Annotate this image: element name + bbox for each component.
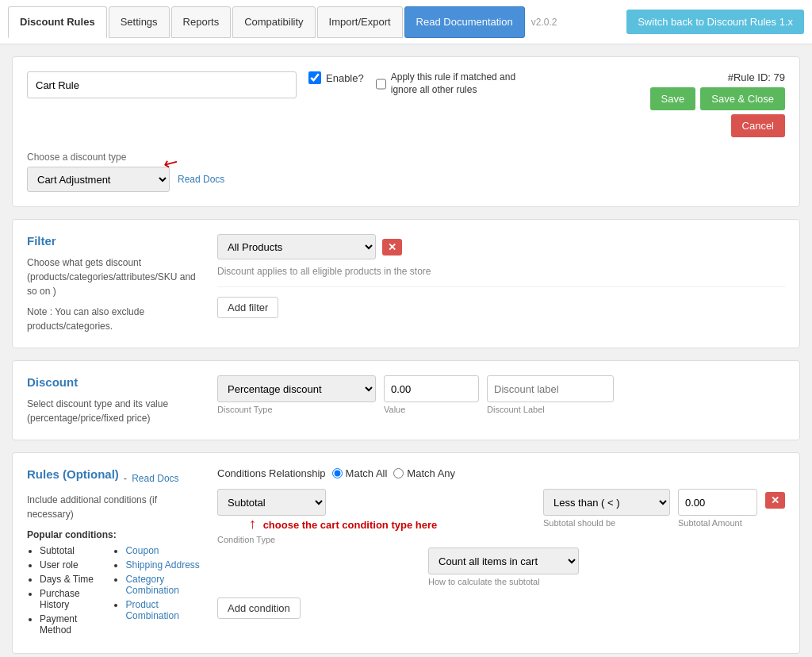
filter-description: Choose what gets discount (products/cate…	[27, 256, 201, 298]
save-close-button[interactable]: Save & Close	[700, 87, 785, 110]
rules-right: Conditions Relationship Match All Match …	[217, 467, 785, 639]
count-items-label: How to calculate the subtotal	[428, 577, 698, 586]
subtotal-amount-label: Subtotal Amount	[678, 518, 757, 528]
rules-description: Include additional conditions (if necess…	[27, 493, 201, 521]
discount-inputs-row: Percentage discount Fixed discount Fixed…	[217, 375, 785, 414]
condition-subtotal: Subtotal	[40, 545, 97, 556]
relationship-label: Conditions Relationship	[217, 467, 326, 479]
discount-section-desc: Select discount type and its value (perc…	[27, 397, 201, 425]
condition-type-select[interactable]: Subtotal User role Days & Time Purchase …	[217, 489, 326, 516]
tab-import-export[interactable]: Import/Export	[317, 6, 403, 38]
rules-left: Rules (Optional) - Read Docs Include add…	[27, 467, 201, 639]
discount-layout: Discount Select discount type and its va…	[27, 375, 785, 425]
condition-shipping-address: Shipping Address	[125, 559, 201, 571]
tab-discount-rules[interactable]: Discount Rules	[8, 6, 107, 38]
apply-rule-checkbox[interactable]	[376, 78, 386, 90]
discount-value-input[interactable]	[384, 375, 479, 402]
rules-read-docs-link[interactable]: Read Docs	[132, 473, 178, 484]
top-navigation: Discount Rules Settings Reports Compatib…	[0, 0, 812, 44]
count-items-wrapper: Count all items in cart Count unique ite…	[428, 548, 698, 586]
rule-id-group: #Rule ID: 79 Save Save & Close Cancel	[650, 71, 785, 137]
discount-type-field: Percentage discount Fixed discount Fixed…	[217, 375, 376, 414]
discount-label-field-label: Discount Label	[487, 405, 614, 414]
discount-type-label: Choose a discount type	[27, 152, 785, 163]
discount-type-select2[interactable]: Percentage discount Fixed discount Fixed…	[217, 375, 376, 402]
read-docs-link[interactable]: Read Docs	[178, 174, 224, 185]
filter-left: Filter Choose what gets discount (produc…	[27, 234, 201, 333]
discount-type-row: Cart Adjustment Percentage discount Fixe…	[27, 167, 785, 192]
discount-value-field-label: Value	[384, 405, 479, 414]
filter-title: Filter	[27, 234, 201, 248]
top-form-card: Enable? Apply this rule if matched and i…	[12, 56, 800, 207]
add-condition-button[interactable]: Add condition	[217, 597, 301, 619]
discount-section-title: Discount	[27, 375, 201, 389]
rules-dash: -	[124, 472, 127, 484]
count-items-select[interactable]: Count all items in cart Count unique ite…	[428, 548, 579, 574]
condition-coupon: Coupon	[125, 545, 201, 556]
discount-card: Discount Select discount type and its va…	[12, 360, 800, 440]
action-buttons: Save Save & Close	[650, 87, 785, 110]
condition-payment-method: Payment Method	[40, 613, 97, 636]
rules-section-title: Rules (Optional)	[27, 467, 119, 481]
match-any-radio[interactable]	[393, 468, 404, 478]
rules-layout: Rules (Optional) - Read Docs Include add…	[27, 467, 785, 639]
filter-select-row: All Products Specific Products Product C…	[217, 234, 785, 259]
rules-title-row: Rules (Optional) - Read Docs	[27, 467, 201, 489]
match-any-label: Match Any	[407, 467, 455, 479]
tab-reports[interactable]: Reports	[171, 6, 232, 38]
conditions-columns: Subtotal User role Days & Time Purchase …	[27, 545, 201, 639]
condition-row: Subtotal User role Days & Time Purchase …	[217, 489, 785, 544]
condition-category-combination: Category Combination	[125, 574, 201, 596]
match-all-label: Match All	[346, 467, 388, 479]
tab-settings[interactable]: Settings	[109, 6, 170, 38]
rule-name-input[interactable]	[27, 71, 297, 98]
annotation-arrow-icon: ↑	[249, 516, 256, 532]
condition-purchase-history: Purchase History	[40, 588, 97, 610]
condition-days-time: Days & Time	[40, 574, 97, 585]
discount-type-select[interactable]: Cart Adjustment Percentage discount Fixe…	[27, 167, 170, 192]
filter-divider	[217, 286, 785, 287]
enable-checkbox[interactable]	[308, 71, 321, 84]
annotation-text: choose the cart condition type here	[263, 519, 438, 531]
condition-op-wrapper: Less than ( < ) Greater than ( > ) Equal…	[543, 489, 670, 528]
match-any-radio-label[interactable]: Match Any	[393, 467, 455, 479]
switch-back-button[interactable]: Switch back to Discount Rules 1.x	[626, 10, 804, 34]
discount-value-field: Value	[384, 375, 479, 414]
conditions-col2: Coupon Shipping Address Category Combina…	[113, 545, 201, 639]
discount-label-input[interactable]	[487, 375, 614, 402]
tab-compatibility[interactable]: Compatibility	[232, 6, 315, 38]
count-items-row: Count all items in cart Count unique ite…	[217, 548, 785, 586]
enable-group: Enable?	[308, 71, 364, 84]
remove-condition-button[interactable]: ✕	[765, 492, 785, 509]
rule-id-display: #Rule ID: 79	[728, 71, 785, 83]
discount-left: Discount Select discount type and its va…	[27, 375, 201, 425]
add-filter-button[interactable]: Add filter	[217, 297, 278, 318]
subtotal-should-be-label: Subtotal should be	[543, 518, 670, 528]
filter-right: All Products Specific Products Product C…	[217, 234, 785, 333]
condition-value-wrapper: Subtotal Amount	[678, 489, 757, 528]
top-form-row: Enable? Apply this rule if matched and i…	[27, 71, 785, 137]
popular-conditions-label: Popular conditions:	[27, 529, 201, 540]
match-all-radio-label[interactable]: Match All	[332, 467, 388, 479]
condition-product-combination: Product Combination	[125, 599, 201, 621]
annotation-wrapper: ↑ choose the cart condition type here	[217, 516, 535, 532]
conditions-col1: Subtotal User role Days & Time Purchase …	[27, 545, 97, 639]
condition-op-select[interactable]: Less than ( < ) Greater than ( > ) Equal…	[543, 489, 670, 516]
discount-label-field: Discount Label	[487, 375, 614, 414]
filter-type-select[interactable]: All Products Specific Products Product C…	[217, 234, 376, 259]
cancel-button[interactable]: Cancel	[731, 114, 785, 137]
discount-type-select-wrapper: Cart Adjustment Percentage discount Fixe…	[27, 167, 170, 192]
remove-condition-wrapper: ✕	[765, 489, 785, 509]
save-button[interactable]: Save	[650, 87, 696, 110]
condition-value-input[interactable]	[678, 489, 757, 516]
conditions-relationship: Conditions Relationship Match All Match …	[217, 467, 785, 479]
match-all-radio[interactable]	[332, 468, 343, 478]
condition-type-label: Condition Type	[217, 535, 535, 544]
apply-rule-label: Apply this rule if matched and ignore al…	[391, 71, 519, 96]
main-content: Enable? Apply this rule if matched and i…	[0, 44, 812, 657]
version-label: v2.0.2	[531, 17, 557, 28]
remove-filter-button[interactable]: ✕	[382, 239, 402, 256]
discount-type-section: Choose a discount type Cart Adjustment P…	[27, 152, 785, 192]
tab-read-documentation[interactable]: Read Documentation	[404, 6, 525, 38]
rule-id-value: 79	[774, 71, 785, 83]
